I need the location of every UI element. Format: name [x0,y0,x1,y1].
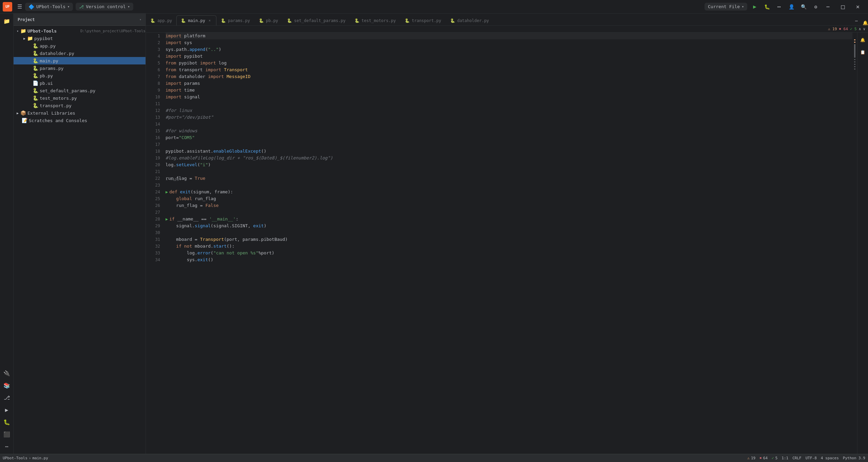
status-ok[interactable]: ✓ 5 [772,456,777,460]
token: ) [208,161,211,168]
run-arrow-24[interactable]: ▶ [166,189,168,195]
app-logo: UP [3,2,12,12]
debug-button[interactable]: 🐛 [762,2,772,12]
left-icon-bar: 📁 🔌 📚 ⎇ ▶ 🐛 ⬛ ⋯ [0,14,14,454]
line-number-5: 5 [149,60,160,66]
line-number-4: 4 [149,53,160,60]
code-line-8: import params [166,80,852,87]
minimize-button[interactable]: − [821,0,835,14]
tree-root-label: UPbot-Tools [27,28,79,34]
maximize-button[interactable]: □ [835,0,850,14]
token: . [195,250,197,256]
vcs-selector[interactable]: ⎇ Version control ▾ [76,3,133,11]
code-editor[interactable]: 1234567891011121314151617181920212223242… [146,33,852,454]
tabs-more-button[interactable]: ⋯ [852,16,861,25]
vcs-changes-button[interactable]: 📋 [857,47,868,58]
tree-scratches[interactable]: 📝 Scratches and Consoles [14,117,146,124]
tab-pb-py[interactable]: 🐍 pb.py [254,15,283,25]
tree-file-main[interactable]: 🐍 main.py [14,57,146,64]
status-ok-count: 5 [775,456,778,460]
code-scroll[interactable]: 1234567891011121314151617181920212223242… [146,33,852,454]
token: ) [219,46,221,53]
status-encoding[interactable]: UTF-8 [806,456,817,460]
run-config-selector[interactable]: Current File ▾ [705,3,747,11]
tab-main-py[interactable]: 🐍 main.py × [176,15,216,25]
token: ) [272,250,274,256]
status-project-breadcrumb[interactable]: UPbot-Tools › main.py [3,456,48,460]
tm-file-icon: 🐍 [33,95,38,101]
run-tool-button[interactable]: ▶ [1,404,12,415]
tab-tm-label: test_motors.py [362,18,396,23]
status-breadcrumb-sep: › [29,456,31,460]
tab-params-py[interactable]: 🐍 params.py [216,15,254,25]
errors-arrow-up[interactable]: ∧ [859,27,861,31]
tab-notification-bell[interactable]: 🔔 [863,20,868,25]
token: signal [176,223,192,229]
tree-file-transport[interactable]: 🐍 transport.py [14,102,146,109]
status-line-col[interactable]: 1:1 [782,456,788,460]
git-button[interactable]: ⎇ [1,392,12,403]
tab-main-close[interactable]: × [207,18,212,23]
status-warnings[interactable]: ⚠ 19 [747,456,755,460]
tree-file-setdefault[interactable]: 🐍 set_default_params.py [14,87,146,94]
status-python[interactable]: Python 3.9 [843,456,865,460]
tree-external-libs[interactable]: ▶ 📦 External Libraries [14,109,146,117]
token [166,195,176,202]
debug-tool-button[interactable]: 🐛 [1,417,12,427]
hamburger-menu-button[interactable]: ☰ [14,1,25,12]
tree-file-testmotors[interactable]: 🐍 test_motors.py [14,94,146,102]
status-eol[interactable]: CRLF [792,456,802,460]
tab-tr-icon: 🐍 [405,18,410,23]
tab-setdefault-py[interactable]: 🐍 set_default_params.py [283,15,350,25]
tree-file-pb[interactable]: 🐍 pb.py [14,72,146,79]
user-button[interactable]: 👤 [787,2,796,12]
project-dropdown-arrow[interactable]: ▾ [139,18,141,21]
code-line-11 [166,100,852,107]
errors-arrow-down[interactable]: ∨ [863,27,865,31]
tree-pypibot-folder[interactable]: ▶ 📁 pypibot [14,35,146,42]
tab-dataholder-py[interactable]: 🐍 dataholder.py [446,15,494,25]
token [166,243,176,250]
pypibot-folder-icon: 📁 [27,36,33,41]
status-left: UPbot-Tools › main.py [3,456,48,460]
status-errors[interactable]: ✖ 64 [759,456,768,460]
terminal-button[interactable]: ⬛ [1,429,12,440]
tab-testmotors-py[interactable]: 🐍 test_motors.py [350,15,400,25]
tree-root-folder[interactable]: ▾ 📁 UPbot-Tools D:\python_project\UPbot-… [14,27,146,35]
status-indent[interactable]: 4 spaces [821,456,839,460]
notifications-button[interactable]: 🔔 [857,35,868,45]
tree-file-params[interactable]: 🐍 params.py [14,64,146,72]
right-icon-bar: 🔔 📋 [857,33,868,454]
search-button[interactable]: 🔍 [799,2,808,12]
usage-hint: 1 usage [166,176,181,182]
tab-transport-py[interactable]: 🐍 transport.py [400,15,446,25]
close-button[interactable]: × [850,0,865,14]
token: . [187,46,190,53]
run-arrow-28[interactable]: ▶ [166,216,168,223]
token: == [198,216,209,223]
settings-button[interactable]: ⚙ [811,2,821,12]
token: import [166,53,181,60]
token: exit [253,223,264,229]
more-button[interactable]: ⋯ [774,2,784,12]
line-number-13: 13 [149,114,160,121]
tree-file-pbui[interactable]: 📄 pb.ui [14,79,146,87]
token: #for windows [166,128,197,134]
token: = [176,134,179,141]
more-tools-button[interactable]: ⋯ [1,441,12,452]
run-button[interactable]: ▶ [750,2,759,12]
code-content[interactable]: import platformimport syssys.path.append… [163,33,852,454]
token: . [258,236,261,243]
tree-file-dataholder[interactable]: 🐍 dataholder.py [14,50,146,57]
tree-file-app[interactable]: 🐍 app.py [14,42,146,50]
layers-button[interactable]: 📚 [1,380,12,391]
token: "i" [200,161,208,168]
plugins-button[interactable]: 🔌 [1,368,12,379]
project-tool-button[interactable]: 📁 [1,16,12,26]
token: . [173,161,176,168]
token: run_flag [195,195,216,202]
tab-app-py[interactable]: 🐍 app.py [146,15,176,25]
line-number-10: 10 [149,94,160,100]
params-file-icon: 🐍 [33,65,38,71]
project-selector[interactable]: 🔷 UPbot-Tools ▾ [25,3,73,11]
